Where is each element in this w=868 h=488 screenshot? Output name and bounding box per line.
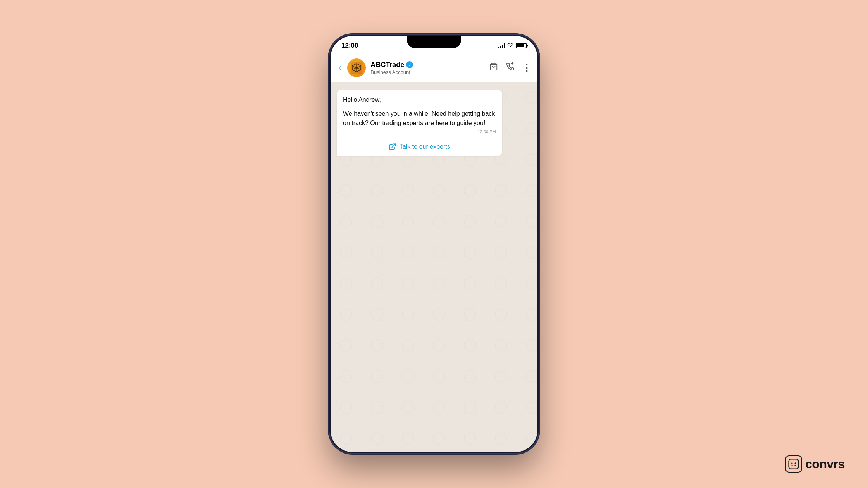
contact-subtitle: Business Account xyxy=(370,69,485,75)
cta-text: Talk to our experts xyxy=(400,143,450,150)
external-link-icon xyxy=(389,143,396,151)
convrs-logo xyxy=(785,455,802,473)
message-bubble: Hello Andrew, We haven't seen you in a w… xyxy=(337,90,502,156)
status-time: 12:00 xyxy=(341,42,358,50)
header-actions: ⋮ xyxy=(489,62,531,73)
add-call-icon[interactable] xyxy=(506,62,514,73)
svg-point-8 xyxy=(795,462,796,464)
status-icons xyxy=(498,42,527,49)
contact-info: ABCTrade ✓ Business Account xyxy=(370,61,485,75)
contact-name: ABCTrade ✓ xyxy=(370,61,485,69)
svg-rect-6 xyxy=(789,459,798,469)
bubble-divider xyxy=(343,138,496,138)
message-timestamp: 12:00 PM xyxy=(343,129,496,134)
back-button[interactable]: ‹ xyxy=(337,61,343,74)
status-bar: 12:00 xyxy=(331,36,537,55)
convrs-name: convrs xyxy=(805,457,845,471)
verified-badge: ✓ xyxy=(406,61,413,68)
chat-header: ‹ ABCTrade ✓ Business Account xyxy=(331,55,537,82)
signal-icon xyxy=(498,43,505,48)
wifi-icon xyxy=(507,42,513,49)
svg-point-1 xyxy=(355,67,358,69)
more-options-icon[interactable]: ⋮ xyxy=(522,62,531,73)
svg-point-7 xyxy=(791,462,793,464)
notch xyxy=(407,36,461,48)
avatar xyxy=(347,58,366,77)
chat-background: Hello Andrew, We haven't seen you in a w… xyxy=(331,82,537,452)
convrs-logo-icon xyxy=(788,459,799,469)
message-body: We haven't seen you in a while! Need hel… xyxy=(343,109,496,128)
battery-icon xyxy=(516,43,527,48)
cta-link[interactable]: Talk to our experts xyxy=(343,141,496,152)
phone-screen: 12:00 xyxy=(331,36,537,452)
avatar-logo-icon xyxy=(351,62,362,74)
convrs-branding: convrs xyxy=(785,455,845,473)
svg-line-5 xyxy=(392,144,395,148)
message-text: Hello Andrew, We haven't seen you in a w… xyxy=(343,95,496,128)
phone-mockup: 12:00 xyxy=(329,35,539,453)
message-greeting: Hello Andrew, xyxy=(343,95,496,105)
bag-icon[interactable] xyxy=(489,62,498,73)
